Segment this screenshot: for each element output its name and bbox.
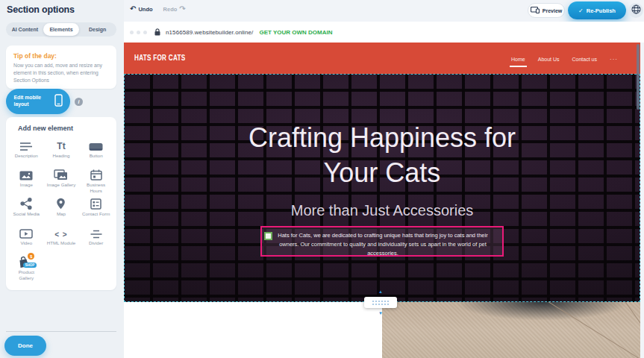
info-icon[interactable]: i bbox=[75, 98, 83, 106]
browser-dot bbox=[137, 31, 140, 34]
hero-section-selected[interactable]: Crafting Happiness for Your Cats More th… bbox=[124, 74, 640, 302]
phone-icon bbox=[54, 94, 63, 110]
tip-body: Now you can add, move and resize any ele… bbox=[13, 62, 109, 85]
nav-more-icon[interactable]: ··· bbox=[610, 58, 618, 61]
tab-elements[interactable]: Elements bbox=[43, 23, 80, 36]
site-header: HATS FOR CATS Home About Us Contact us ·… bbox=[124, 43, 640, 74]
photo-crack-line bbox=[613, 302, 640, 339]
nav-about-us[interactable]: About Us bbox=[538, 57, 560, 62]
description-icon bbox=[19, 139, 33, 151]
element-button[interactable]: Button bbox=[78, 139, 113, 166]
element-product-gallery[interactable]: $ SHOP Product Gallery bbox=[9, 255, 44, 283]
tip-title: Tip of the day: bbox=[13, 52, 109, 60]
done-button[interactable]: Done bbox=[4, 336, 46, 356]
edit-mobile-layout-button[interactable]: Edit mobile layout bbox=[6, 89, 70, 114]
element-social-media[interactable]: Social Media bbox=[9, 197, 44, 224]
product-gallery-icon: $ SHOP bbox=[19, 255, 34, 268]
tip-of-the-day-card: Tip of the day: Now you can add, move an… bbox=[6, 45, 116, 89]
element-grid: Description Tt Heading Button Image bbox=[9, 139, 113, 283]
nav-contact-us[interactable]: Contact us bbox=[572, 57, 597, 62]
image-icon bbox=[19, 168, 33, 180]
image-gallery-icon bbox=[54, 168, 68, 180]
element-divider[interactable]: Divider bbox=[78, 226, 113, 254]
preview-button[interactable]: Preview bbox=[528, 3, 565, 18]
element-business-hours[interactable]: Business Hours bbox=[78, 168, 113, 195]
add-element-title: Add new element bbox=[18, 125, 116, 132]
resize-handle-dots bbox=[372, 301, 389, 305]
undo-icon: ↶ bbox=[130, 5, 136, 13]
element-heading[interactable]: Tt Heading bbox=[44, 139, 79, 166]
tab-ai-content[interactable]: AI Content bbox=[7, 23, 43, 36]
resize-arrow-up-icon: ▲ bbox=[378, 289, 383, 294]
element-html-module[interactable]: < > HTML Module bbox=[44, 226, 79, 254]
button-icon bbox=[89, 139, 103, 151]
section-resize-handle[interactable]: ▲ ▼ bbox=[364, 297, 397, 308]
browser-dot bbox=[130, 31, 134, 34]
lock-icon bbox=[154, 28, 160, 36]
website-preview: HATS FOR CATS Home About Us Contact us ·… bbox=[124, 43, 640, 358]
hero-text-element-selected[interactable]: Hats for Cats, we are dedicated to craft… bbox=[260, 226, 504, 257]
history-controls: ↶Undo Redo↷ bbox=[130, 5, 186, 13]
element-description[interactable]: Description bbox=[9, 139, 44, 166]
add-element-card: Add new element Description Tt Heading B… bbox=[6, 117, 116, 290]
product-gallery-badge-icon: $ bbox=[28, 253, 34, 260]
browser-address-bar: n1566589.websitebuilder.online/ GET YOUR… bbox=[124, 22, 644, 43]
element-image[interactable]: Image bbox=[9, 168, 44, 195]
check-icon: ✓ bbox=[578, 7, 584, 14]
globe-icon bbox=[631, 4, 641, 17]
panel-tabs: AI Content Elements Design bbox=[6, 22, 116, 37]
element-image-gallery[interactable]: Image Gallery bbox=[44, 168, 79, 195]
hero-subheading[interactable]: More than Just Accessories bbox=[125, 202, 640, 219]
shop-badge: SHOP bbox=[23, 263, 37, 268]
html-module-icon: < > bbox=[54, 226, 67, 239]
edit-mobile-layout-label: Edit mobile layout bbox=[14, 95, 50, 108]
redo-icon: ↷ bbox=[179, 5, 185, 13]
site-nav: Home About Us Contact us ··· bbox=[511, 57, 618, 62]
divider-icon bbox=[90, 226, 102, 239]
heading-icon: Tt bbox=[57, 139, 65, 151]
undo-button[interactable]: ↶Undo bbox=[130, 5, 153, 13]
hero-heading[interactable]: Crafting Happiness for Your Cats bbox=[222, 121, 543, 191]
element-video[interactable]: Video bbox=[9, 226, 44, 254]
preview-scrollbar[interactable] bbox=[637, 44, 640, 110]
panel-divider bbox=[6, 331, 116, 332]
nav-home[interactable]: Home bbox=[511, 57, 525, 62]
republish-button[interactable]: ✓ Re-Publish bbox=[568, 1, 626, 19]
contact-form-icon bbox=[90, 197, 101, 210]
site-logo[interactable]: HATS FOR CATS bbox=[134, 54, 185, 62]
section-options-panel: Section options AI Content Elements Desi… bbox=[0, 0, 124, 358]
get-domain-link[interactable]: GET YOUR OWN DOMAIN bbox=[259, 29, 332, 36]
site-url[interactable]: n1566589.websitebuilder.online/ bbox=[166, 29, 253, 36]
hero-body-text: Hats for Cats, we are dedicated to craft… bbox=[262, 227, 502, 258]
business-hours-icon bbox=[90, 168, 102, 180]
video-icon bbox=[19, 226, 33, 239]
browser-dots bbox=[130, 31, 147, 34]
panel-title: Section options bbox=[7, 4, 75, 15]
redo-button[interactable]: Redo↷ bbox=[163, 5, 186, 13]
preview-gutter bbox=[640, 43, 644, 358]
carpet-photo bbox=[382, 302, 640, 358]
element-map[interactable]: Map bbox=[44, 197, 79, 224]
social-media-icon bbox=[20, 197, 32, 210]
map-pin-icon bbox=[56, 197, 66, 210]
photo-crack-line bbox=[547, 302, 640, 358]
top-toolbar: ↶Undo Redo↷ Preview ✓ Re-Publish bbox=[124, 0, 644, 22]
resize-arrow-down-icon: ▼ bbox=[378, 311, 383, 315]
tab-design[interactable]: Design bbox=[79, 23, 116, 36]
browser-dot bbox=[143, 31, 147, 34]
element-contact-form[interactable]: Contact Form bbox=[78, 197, 113, 224]
devices-icon bbox=[531, 7, 540, 14]
language-globe-button[interactable] bbox=[628, 3, 643, 18]
element-drag-handle[interactable] bbox=[264, 232, 272, 240]
